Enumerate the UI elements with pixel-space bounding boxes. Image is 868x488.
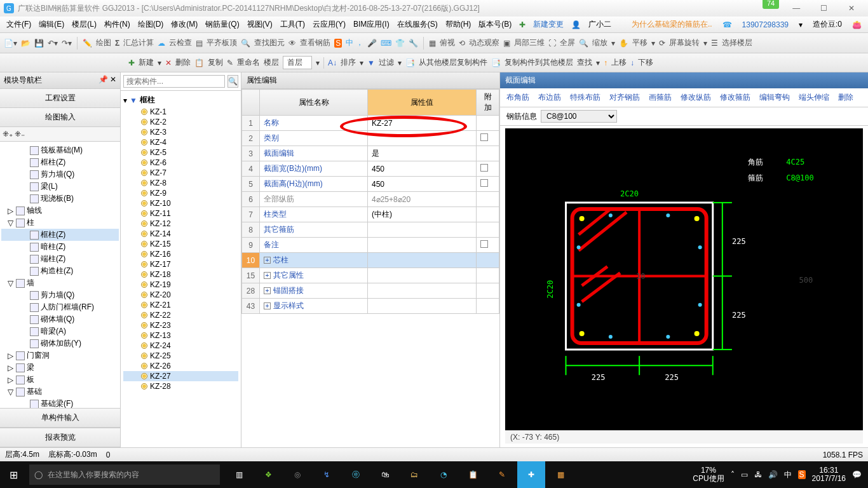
menu-view[interactable]: 视图(V) — [245, 18, 275, 31]
kz-item[interactable]: KZ-22 — [123, 310, 238, 320]
mic-icon[interactable]: 🎤 — [367, 39, 377, 48]
undo-icon[interactable]: ↶▾ — [48, 39, 58, 48]
section-canvas[interactable]: 225 225 225 225 2C20 2C20 角筋 4C25 箍筋 C8@… — [505, 128, 863, 430]
copy-button[interactable]: 复制 — [208, 57, 223, 68]
draw-button[interactable]: 绘图 — [96, 37, 111, 48]
wrench-icon[interactable]: 🔧 — [409, 39, 418, 48]
nav-node[interactable]: 基础梁(F) — [1, 398, 119, 408]
prop-row[interactable]: 2类别 — [242, 131, 499, 146]
section-tab[interactable]: 端头伸缩 — [799, 92, 829, 103]
section-tab[interactable]: 画箍筋 — [649, 92, 672, 103]
kz-item[interactable]: KZ-1 — [123, 107, 238, 117]
nav-node[interactable]: 框柱(Z) — [1, 229, 119, 241]
nav-node[interactable]: ▷板 — [1, 374, 119, 386]
nav-tree[interactable]: 筏板基础(M)框柱(Z)剪力墙(Q)梁(L)现浇板(B)▷轴线▽柱框柱(Z)暗柱… — [0, 142, 120, 408]
menu-tools[interactable]: 工具(T) — [278, 18, 308, 31]
tb-app1[interactable]: ❖ — [254, 461, 282, 488]
nav-node[interactable]: 梁(L) — [1, 180, 119, 193]
copyfrom-button[interactable]: 从其他楼层复制构件 — [419, 57, 487, 68]
tray-notif-icon[interactable]: 💬 — [852, 470, 862, 479]
local3d-button[interactable]: 局部三维 — [514, 37, 545, 48]
tray-up-icon[interactable]: ˄ — [731, 470, 735, 479]
menu-edit[interactable]: 编辑(E) — [36, 18, 67, 31]
nav-node[interactable]: 剪力墙(Q) — [1, 168, 119, 180]
prop-row[interactable]: 4截面宽(B边)(mm)450 — [242, 161, 499, 177]
filter-button[interactable]: 过滤 — [379, 57, 394, 68]
prop-row[interactable]: 7柱类型(中柱) — [242, 207, 499, 222]
tb-app6[interactable]: ✎ — [488, 461, 516, 488]
menu-help[interactable]: 帮助(H) — [443, 18, 474, 31]
menu-cloud[interactable]: 云应用(Y) — [310, 18, 348, 31]
nav-node[interactable]: 剪力墙(Q) — [1, 289, 119, 301]
tshirt-icon[interactable]: 👕 — [395, 39, 405, 48]
nav-node[interactable]: 构造柱(Z) — [1, 265, 119, 277]
nav-node[interactable]: 砌体墙(Q) — [1, 313, 119, 325]
kz-item[interactable]: KZ-25 — [123, 351, 238, 361]
kz-item[interactable]: KZ-2 — [123, 117, 238, 127]
kz-item[interactable]: KZ-9 — [123, 188, 238, 198]
sort-button[interactable]: 排序 — [341, 57, 356, 68]
section-tab[interactable]: 编辑弯钩 — [759, 92, 790, 103]
section-tab[interactable]: 布角筋 — [506, 92, 529, 103]
section-tab[interactable]: 修改纵筋 — [681, 92, 711, 103]
nav-node[interactable]: 暗柱(Z) — [1, 241, 119, 253]
redo-icon[interactable]: ↷▾ — [62, 39, 72, 48]
tb-store[interactable]: 🛍 — [371, 461, 399, 488]
kz-item[interactable]: KZ-20 — [123, 290, 238, 300]
tray-clock[interactable]: 16:312017/7/16 — [812, 466, 846, 483]
zoom-button[interactable]: 缩放 — [592, 37, 607, 48]
tb-explorer[interactable]: 🗂 — [400, 461, 428, 488]
tray-net-icon[interactable]: 🖧 — [754, 470, 762, 479]
copyto-button[interactable]: 复制构件到其他楼层 — [505, 57, 573, 68]
kz-item[interactable]: KZ-23 — [123, 320, 238, 330]
menu-rebar[interactable]: 钢筋量(Q) — [203, 18, 241, 31]
orbit-button[interactable]: 动态观察 — [469, 37, 499, 48]
prop-row[interactable]: 6全部纵筋4⌀25+8⌀20 — [242, 192, 499, 207]
start-button[interactable]: ⊞ — [0, 461, 27, 488]
nav-node[interactable]: ▷门窗洞 — [1, 349, 119, 362]
pan-button[interactable]: 平移 — [632, 37, 648, 48]
new-change-button[interactable]: 新建变更 — [531, 18, 566, 31]
close-button[interactable]: ✕ — [839, 4, 864, 13]
nav-tab-report[interactable]: 报表预览 — [0, 428, 120, 447]
kz-item[interactable]: KZ-8 — [123, 178, 238, 188]
section-tab[interactable]: 对齐钢筋 — [609, 92, 640, 103]
nav-node[interactable]: 端柱(Z) — [1, 253, 119, 265]
cloud-check-button[interactable]: 云检查 — [169, 37, 192, 48]
open-icon[interactable]: 📂 — [21, 39, 31, 48]
rebar-info-select[interactable]: C8@100 — [541, 110, 617, 123]
maximize-button[interactable]: ☐ — [811, 4, 837, 13]
save-icon[interactable]: 💾 — [34, 39, 44, 48]
prop-row[interactable]: 5截面高(H边)(mm)450 — [242, 177, 499, 192]
menu-floor[interactable]: 楼层(L) — [69, 18, 99, 31]
delete-button[interactable]: 删除 — [175, 57, 191, 68]
nav-node[interactable]: ▽墙 — [1, 277, 119, 289]
find-element-button[interactable]: 查找图元 — [254, 37, 285, 48]
nav-node[interactable]: 暗梁(A) — [1, 325, 119, 337]
prop-row[interactable]: 28+锚固搭接 — [242, 283, 499, 299]
taskbar-search[interactable]: ◯在这里输入你要搜索的内容 — [29, 464, 220, 485]
kz-item[interactable]: KZ-26 — [123, 361, 238, 371]
tray-sogou-icon[interactable]: S — [798, 470, 806, 479]
nav-node[interactable]: 砌体加筋(Y) — [1, 337, 119, 349]
kz-item[interactable]: KZ-21 — [123, 300, 238, 310]
kz-item[interactable]: KZ-18 — [123, 269, 238, 280]
nav-node[interactable]: 现浇板(B) — [1, 193, 119, 205]
user-label[interactable]: 广小二 — [586, 18, 614, 31]
new-icon[interactable]: 📄▾ — [4, 39, 17, 48]
kz-item[interactable]: KZ-28 — [123, 381, 238, 391]
prop-row[interactable]: 9备注 — [242, 238, 499, 253]
kz-item[interactable]: KZ-11 — [123, 208, 238, 219]
tip-link[interactable]: 为什么基础梁的箍筋在.. — [629, 18, 715, 31]
floor-select[interactable]: 首层 — [283, 56, 312, 69]
menu-bim[interactable]: BIM应用(I) — [351, 18, 392, 31]
kz-root[interactable]: 框柱 — [140, 95, 155, 105]
search-go-button[interactable]: 🔍 — [227, 75, 238, 88]
section-tab[interactable]: 布边筋 — [538, 92, 561, 103]
tb-edge[interactable]: ⓔ — [342, 461, 370, 488]
menu-modify[interactable]: 修改(M) — [168, 18, 200, 31]
nav-node[interactable]: ▽基础 — [1, 386, 119, 398]
prop-row[interactable]: 43+显示样式 — [242, 299, 499, 314]
menu-file[interactable]: 文件(F) — [4, 18, 34, 31]
rotate-button[interactable]: 屏幕旋转 — [669, 37, 700, 48]
